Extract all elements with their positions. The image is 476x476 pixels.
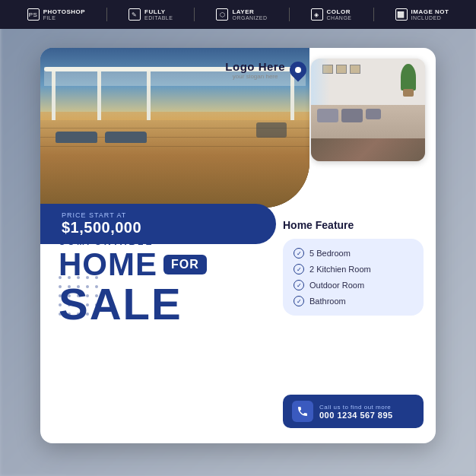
topbar-item-color: ◈ COLOR CHANGE — [311, 8, 352, 21]
image-icon: ⬜ — [395, 8, 408, 21]
logo-text: Logo Here your slogan here — [225, 60, 285, 80]
feature-item-outdoor: ✓ Outdoor Room — [294, 280, 413, 290]
feature-list: ✓ 5 Bedroom ✓ 2 Kitchien Room ✓ Outdoor … — [283, 239, 424, 316]
feature-label-outdoor: Outdoor Room — [309, 281, 364, 290]
contact-cta: Call us to find out more — [319, 404, 414, 411]
divider-2 — [194, 8, 195, 21]
logo-area: Logo Here your slogan here — [225, 60, 306, 80]
price-label: PRICE START AT — [62, 211, 261, 219]
blanket — [311, 138, 425, 161]
dining-area — [256, 122, 287, 138]
plant-leaves — [401, 64, 416, 90]
feature-label-kitchen: 2 Kitchien Room — [309, 265, 371, 274]
location-pin-icon — [286, 58, 309, 81]
topbar-photoshop-label: PHOTOSHOP FILE — [43, 8, 85, 21]
feature-label-bedroom: 5 Bedroom — [309, 249, 351, 258]
frame-3 — [350, 65, 360, 74]
contact-text: Call us to find out more 000 1234 567 89… — [319, 404, 414, 420]
checkmark-1: ✓ — [297, 250, 302, 257]
checkmark-4: ✓ — [297, 298, 302, 305]
deck-line-3 — [40, 146, 309, 147]
checkmark-3: ✓ — [297, 282, 302, 289]
plant-pot — [403, 89, 414, 97]
feature-label-bathroom: Bathroom — [309, 297, 346, 306]
pillow-1 — [317, 109, 338, 122]
pin-inner — [295, 67, 301, 73]
deck-floor — [40, 120, 309, 208]
topbar-item-image: ⬜ IMAGE NOT INCLUDED — [395, 8, 449, 21]
topbar-editable-label: FULLY EDITABLE — [144, 8, 173, 21]
check-icon-1: ✓ — [294, 248, 304, 259]
pillow-3 — [366, 109, 381, 119]
main-card: Logo Here your slogan here PRICE START A… — [40, 48, 436, 443]
pillow-2 — [341, 109, 363, 122]
logo-slogan: your slogan here — [225, 73, 285, 80]
color-icon: ◈ — [311, 8, 323, 21]
layer-icon: ⬡ — [216, 8, 228, 21]
price-value: $1,500,000 — [62, 219, 261, 236]
check-icon-4: ✓ — [294, 296, 304, 306]
lounge-chair-1 — [56, 132, 97, 143]
bedroom-pillows — [317, 109, 381, 122]
photo-area: Logo Here your slogan here — [40, 48, 436, 215]
topbar-image-label: IMAGE NOT INCLUDED — [411, 8, 449, 21]
price-banner: PRICE START AT $1,500,000 — [40, 204, 276, 244]
topbar-color-label: COLOR CHANGE — [327, 8, 352, 21]
phone-svg — [297, 405, 309, 417]
contact-bar: Call us to find out more 000 1234 567 89… — [283, 395, 424, 428]
check-icon-2: ✓ — [294, 264, 304, 274]
frame-2 — [336, 65, 347, 74]
topbar-item-editable: ✎ FULLY EDITABLE — [129, 8, 173, 21]
topbar-item-photoshop: PS PHOTOSHOP FILE — [27, 8, 85, 21]
checkmark-2: ✓ — [297, 266, 302, 273]
feature-panel: Home Feature ✓ 5 Bedroom ✓ 2 Kitchien Ro… — [283, 219, 424, 325]
feature-item-bedroom: ✓ 5 Bedroom — [294, 248, 413, 259]
dot-grid-decoration — [59, 276, 101, 319]
lounge-chair-2 — [105, 132, 147, 143]
feature-item-kitchen: ✓ 2 Kitchien Room — [294, 264, 413, 274]
bedroom-photo — [311, 59, 425, 161]
bedroom-plant — [398, 62, 417, 97]
check-icon-3: ✓ — [294, 280, 304, 290]
topbar-layer-label: LAYER ORGANIZED — [232, 8, 267, 21]
for-badge: FOR — [163, 255, 207, 274]
bedroom-bed — [311, 105, 425, 161]
divider-1 — [106, 8, 107, 21]
logo-title: Logo Here — [225, 60, 285, 73]
phone-icon — [292, 401, 313, 422]
divider-3 — [289, 8, 290, 21]
photoshop-icon: PS — [27, 8, 40, 21]
divider-4 — [373, 8, 374, 21]
edit-icon: ✎ — [129, 8, 141, 21]
top-bar: PS PHOTOSHOP FILE ✎ FULLY EDITABLE ⬡ LAY… — [0, 0, 476, 29]
contact-number: 000 1234 567 895 — [319, 411, 414, 420]
feature-item-bathroom: ✓ Bathroom — [294, 296, 413, 306]
feature-title: Home Feature — [283, 219, 424, 231]
topbar-item-layer: ⬡ LAYER ORGANIZED — [216, 8, 267, 21]
